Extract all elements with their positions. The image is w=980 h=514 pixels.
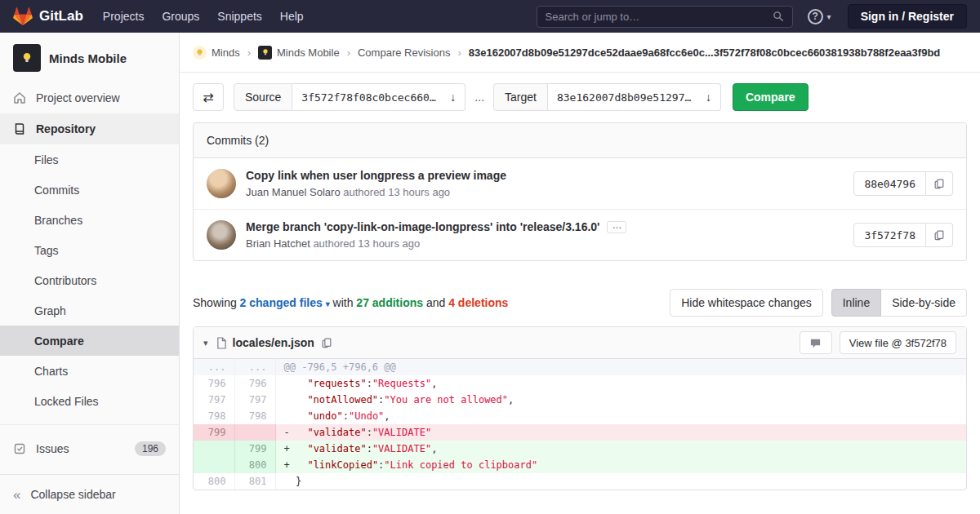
old-line-number[interactable] — [194, 457, 234, 473]
sidebar-item-graph[interactable]: Graph — [0, 295, 179, 326]
side-by-side-view-button[interactable]: Side-by-side — [881, 289, 967, 317]
commit-sha-link[interactable]: 3f572f78 — [853, 223, 926, 247]
sidebar-item-branches[interactable]: Branches — [0, 205, 179, 235]
navbar-right: ? ▾ Sign in / Register — [537, 4, 967, 29]
breadcrumb-separator: › — [247, 47, 251, 59]
nav-snippets[interactable]: Snippets — [217, 10, 261, 23]
target-ref-dropdown[interactable]: 83e162007d8b09e51297… ↓ — [548, 83, 721, 111]
diff-line-code: - "validate":"VALIDATE" — [275, 424, 966, 441]
diff-line-code: "undo":"Undo", — [275, 408, 966, 424]
inline-view-button[interactable]: Inline — [831, 289, 881, 317]
diff-line-code: "requests":"Requests", — [275, 375, 966, 392]
sidebar-item-compare[interactable]: Compare — [0, 326, 179, 356]
diff-stats-bar: Showing 2 changed files ▾ with 27 additi… — [193, 289, 967, 317]
search-box[interactable] — [537, 6, 793, 28]
new-line-number[interactable] — [234, 424, 275, 441]
diff-line-code: + "linkCopied":"Link copied to clipboard… — [275, 457, 966, 473]
diff-line: 800 801 } — [194, 473, 966, 490]
commit-description-expander[interactable]: … — [607, 221, 626, 233]
view-file-button[interactable]: View file @ 3f572f78 — [840, 331, 956, 354]
commit-info: Merge branch 'copy-link-on-image-longpre… — [246, 220, 853, 250]
commit-title-link[interactable]: Copy link when user longpress a preview … — [246, 169, 506, 182]
nav-groups[interactable]: Groups — [162, 10, 199, 23]
new-line-number[interactable]: ... — [234, 359, 275, 375]
compare-form: ⇄ Source 3f572f78f08c0bcec660… ↓ ... Tar… — [180, 73, 980, 111]
group-avatar — [193, 46, 207, 60]
diff-table: ... ... @@ -796,5 +796,6 @@ 796 796 "req… — [194, 359, 966, 490]
changed-files-dropdown[interactable]: 2 changed files ▾ — [240, 296, 330, 309]
commit-author-link[interactable]: Juan Manuel Solaro — [246, 186, 341, 198]
sidebar-item-repository[interactable]: Repository — [0, 113, 179, 144]
new-line-number[interactable]: 800 — [234, 457, 275, 473]
project-header[interactable]: Minds Mobile — [0, 33, 179, 82]
swap-revisions-button[interactable]: ⇄ — [193, 83, 224, 111]
commit-meta-text: authored 13 hours ago — [313, 237, 420, 250]
commit-meta: Juan Manuel Solaro authored 13 hours ago — [246, 186, 853, 198]
sidebar-divider — [0, 424, 179, 425]
sidebar-item-tags[interactable]: Tags — [0, 235, 179, 265]
new-line-number[interactable]: 796 — [234, 375, 275, 392]
gitlab-logo[interactable]: GitLab — [13, 7, 83, 26]
collapse-sidebar-button[interactable]: « Collapse sidebar — [0, 474, 179, 514]
diff-line-code: } — [275, 473, 966, 490]
old-line-number[interactable]: 797 — [194, 392, 234, 408]
new-line-number[interactable]: 797 — [234, 392, 275, 408]
breadcrumb-current-range: 83e162007d8b09e51297dce52daae9a68fcc6e0c… — [469, 47, 941, 59]
search-input[interactable] — [546, 11, 773, 23]
gitlab-tanuki-icon — [13, 7, 33, 26]
breadcrumb-minds[interactable]: Minds — [193, 46, 240, 60]
lightbulb-icon — [261, 48, 270, 56]
avatar — [207, 169, 236, 198]
issues-icon — [13, 442, 26, 455]
copy-file-path-button[interactable] — [321, 337, 332, 348]
sidebar-item-contributors[interactable]: Contributors — [0, 265, 179, 295]
new-line-number[interactable]: 801 — [234, 473, 275, 490]
copy-sha-button[interactable] — [926, 223, 953, 247]
diff-file-name[interactable]: locales/en.json — [233, 336, 314, 349]
help-menu[interactable]: ? ▾ — [808, 9, 831, 24]
sidebar-item-project-overview[interactable]: Project overview — [0, 82, 179, 113]
old-line-number[interactable]: 796 — [194, 375, 234, 392]
repository-icon — [13, 122, 26, 135]
target-label: Target — [493, 83, 548, 111]
old-line-number[interactable]: 798 — [194, 408, 234, 424]
nav-projects[interactable]: Projects — [103, 10, 145, 23]
sidebar-item-issues[interactable]: Issues 196 — [0, 433, 179, 464]
chevron-down-icon: ▾ — [326, 299, 330, 308]
commit-meta-text: authored 13 hours ago — [343, 186, 450, 198]
and-label: and — [426, 296, 445, 309]
sidebar-item-locked-files[interactable]: Locked Files — [0, 386, 179, 416]
old-line-number[interactable]: 799 — [194, 424, 234, 441]
source-ref-dropdown[interactable]: 3f572f78f08c0bcec660… ↓ — [292, 83, 466, 111]
commit-author-link[interactable]: Brian Hatchet — [246, 237, 310, 250]
nav-help[interactable]: Help — [280, 10, 304, 23]
sidebar-item-files[interactable]: Files — [0, 144, 179, 175]
sidebar-item-commits[interactable]: Commits — [0, 175, 179, 205]
compare-button[interactable]: Compare — [733, 83, 808, 111]
sidebar-item-charts[interactable]: Charts — [0, 356, 179, 386]
commit-sha-link[interactable]: 88e04796 — [853, 171, 926, 196]
sidebar-item-label: Repository — [36, 122, 96, 135]
diff-hunk-row: ... ... @@ -796,5 +796,6 @@ — [194, 359, 966, 375]
breadcrumb-minds-mobile[interactable]: Minds Mobile — [258, 46, 340, 60]
toggle-comments-button[interactable] — [800, 331, 832, 354]
new-line-number[interactable]: 799 — [234, 441, 275, 457]
top-navbar: GitLab Projects Groups Snippets Help ? ▾… — [0, 0, 980, 33]
main-content: Minds › Minds Mobile › Compare Revisions… — [180, 33, 980, 514]
hide-whitespace-button[interactable]: Hide whitespace changes — [670, 289, 823, 317]
old-line-number[interactable]: 800 — [194, 473, 234, 490]
commit-title-link[interactable]: Merge branch 'copy-link-on-image-longpre… — [246, 220, 599, 233]
breadcrumb-label: Minds — [212, 47, 240, 59]
sign-in-button[interactable]: Sign in / Register — [848, 4, 967, 29]
new-line-number[interactable]: 798 — [234, 408, 275, 424]
old-line-number[interactable] — [194, 441, 234, 457]
commit-row: Merge branch 'copy-link-on-image-longpre… — [194, 209, 966, 260]
commit-title-row: Copy link when user longpress a preview … — [246, 169, 853, 182]
copy-sha-button[interactable] — [926, 171, 953, 196]
old-line-number[interactable]: ... — [194, 359, 234, 375]
commits-panel-header: Commits (2) — [194, 123, 966, 158]
breadcrumb-compare-revisions[interactable]: Compare Revisions — [358, 47, 450, 59]
showing-label: Showing — [193, 296, 237, 309]
collapse-file-caret-icon[interactable]: ▾ — [203, 338, 208, 348]
project-name: Minds Mobile — [49, 51, 127, 65]
